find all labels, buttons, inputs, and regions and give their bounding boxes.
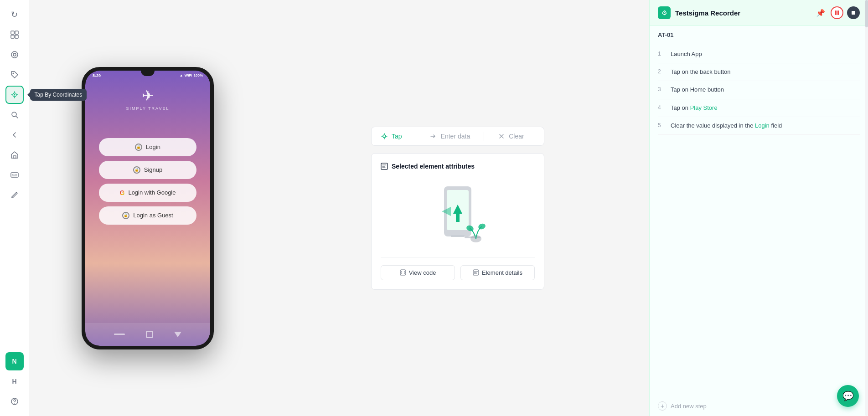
recorder-header: ⚙ Testsigma Recorder 📌 [650, 0, 868, 26]
login-google-button[interactable]: G Login with Google [99, 184, 196, 202]
login-button[interactable]: 🔒 Login [99, 138, 196, 156]
tap-action[interactable]: Tap [381, 133, 402, 140]
element-icon [381, 163, 388, 170]
sidebar-tag[interactable] [5, 66, 24, 84]
phone-simulator-area: 8:29 ▲ WiFi 100% ✈ SIMPLY TRAVEL 🔒 Login [29, 0, 266, 416]
login-google-label: Login with Google [128, 189, 176, 196]
sidebar: ↻ Tap By Coordinates [0, 0, 29, 416]
element-card-title: Selected element attributes [381, 163, 535, 170]
guest-lock-icon: 🔒 [122, 212, 129, 219]
step-4-highlight: Play Store [690, 104, 718, 111]
recorder-actions: 📌 [814, 6, 860, 19]
step-1-text: Launch App [671, 50, 702, 58]
recorder-title-text: Testsigma Recorder [675, 9, 740, 17]
action-divider-1 [416, 132, 416, 141]
step-1: 1 Launch App [658, 46, 860, 63]
scrollbar-thumb[interactable] [865, 0, 868, 27]
sidebar-keyboard[interactable] [5, 166, 24, 184]
sidebar-layout[interactable] [5, 26, 24, 44]
signup-lock-icon: 🔒 [133, 166, 140, 174]
enter-data-label: Enter data [441, 133, 470, 140]
pin-button[interactable]: 📌 [814, 6, 827, 19]
clear-icon [498, 133, 505, 140]
phone-screen[interactable]: 8:29 ▲ WiFi 100% ✈ SIMPLY TRAVEL 🔒 Login [85, 71, 210, 346]
recorder-panel: ⚙ Testsigma Recorder 📌 AT-01 [649, 0, 868, 416]
step-4-text: Tap on Play Store [671, 104, 718, 112]
step-4-num: 4 [658, 104, 665, 111]
svg-rect-10 [13, 156, 16, 158]
svg-rect-1 [15, 31, 18, 34]
nav-back-icon[interactable] [174, 332, 181, 337]
phone-simulator: 8:29 ▲ WiFi 100% ✈ SIMPLY TRAVEL 🔒 Login [82, 67, 214, 349]
add-new-step[interactable]: + Add new step [650, 396, 868, 416]
svg-rect-23 [451, 236, 465, 237]
svg-rect-0 [11, 31, 14, 34]
sidebar-search[interactable] [5, 106, 24, 124]
svg-point-5 [13, 53, 16, 56]
tap-label: Tap [392, 133, 402, 140]
svg-point-13 [14, 403, 15, 404]
nav-recent-icon[interactable] [114, 334, 125, 335]
svg-point-8 [14, 94, 15, 96]
signup-button[interactable]: 🔒 Signup [99, 161, 196, 179]
chat-button[interactable]: 💬 [837, 385, 859, 407]
recorder-title-row: ⚙ Testsigma Recorder [658, 6, 740, 19]
svg-rect-11 [11, 173, 18, 177]
element-details-label: Element details [482, 269, 522, 276]
step-4: 4 Tap on Play Store [658, 99, 860, 117]
view-code-button[interactable]: View code [381, 265, 455, 280]
step-5-text: Clear the value displayed in the Login f… [671, 122, 782, 130]
step-3-num: 3 [658, 86, 665, 92]
element-card-footer: View code Element details [381, 257, 535, 280]
scrollbar-track [865, 0, 868, 416]
step-2-num: 2 [658, 68, 665, 75]
phone-app-content: ✈ SIMPLY TRAVEL 🔒 Login 🔒 Signup G [85, 78, 210, 225]
stop-button[interactable] [847, 6, 860, 19]
element-illustration [428, 182, 487, 246]
svg-rect-22 [465, 236, 480, 238]
element-illustration-area [381, 177, 535, 250]
nav-home-icon[interactable] [146, 331, 153, 338]
step-5-num: 5 [658, 122, 665, 128]
tap-icon [381, 133, 388, 140]
svg-point-14 [383, 135, 386, 138]
recorder-gear-icon: ⚙ [658, 6, 671, 19]
phone-battery: 100% [194, 73, 203, 77]
sidebar-n-label[interactable]: N [5, 352, 24, 370]
signup-label: Signup [144, 166, 162, 173]
add-step-plus-icon: + [658, 401, 667, 411]
svg-rect-26 [835, 10, 837, 15]
google-icon: G [120, 189, 125, 196]
app-name-label: SIMPLY TRAVEL [126, 106, 170, 111]
element-details-button[interactable]: Element details [460, 265, 535, 280]
element-attributes-card: Selected element attributes [371, 153, 544, 290]
view-code-label: View code [409, 269, 436, 276]
phone-time: 8:29 [93, 73, 101, 78]
sidebar-inspect[interactable] [5, 46, 24, 64]
step-3-text: Tap on Home button [671, 86, 724, 94]
sidebar-help[interactable] [5, 392, 24, 411]
sidebar-home[interactable] [5, 146, 24, 164]
clear-action[interactable]: Clear [498, 133, 524, 140]
element-details-icon [473, 269, 479, 276]
sidebar-h-label[interactable]: H [5, 372, 24, 390]
phone-status-icons: ▲ WiFi 100% [180, 73, 203, 78]
sidebar-draw[interactable] [5, 186, 24, 204]
action-toolbar: Tap Enter data Clear [371, 127, 544, 146]
enter-data-icon [430, 133, 437, 140]
svg-rect-18 [456, 213, 460, 222]
step-5: 5 Clear the value displayed in the Login… [658, 117, 860, 135]
clear-label: Clear [509, 133, 524, 140]
main-content: 8:29 ▲ WiFi 100% ✈ SIMPLY TRAVEL 🔒 Login [29, 0, 868, 416]
add-step-label: Add new step [671, 403, 707, 410]
sidebar-back[interactable] [5, 126, 24, 144]
sidebar-tap-by-coordinates[interactable]: Tap By Coordinates [5, 86, 24, 104]
pause-button[interactable] [831, 6, 843, 19]
enter-data-action[interactable]: Enter data [430, 133, 470, 140]
phone-buttons-list: 🔒 Login 🔒 Signup G Login with Google [94, 138, 201, 225]
login-guest-button[interactable]: 🔒 Login as Guest [99, 206, 196, 225]
svg-point-6 [12, 73, 14, 74]
sidebar-refresh[interactable]: ↻ [5, 5, 24, 24]
step-1-num: 1 [658, 50, 665, 57]
center-panel: Tap Enter data Clear [266, 0, 649, 416]
